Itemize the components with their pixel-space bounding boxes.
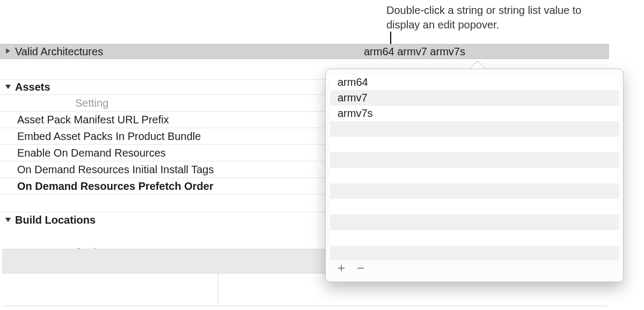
setting-label: On Demand Resources Initial Install Tags: [17, 164, 214, 176]
setting-label: Enable On Demand Resources: [17, 147, 166, 159]
list-item-empty[interactable]: [330, 152, 619, 168]
list-item[interactable]: armv7: [330, 90, 619, 106]
svg-marker-1: [5, 85, 11, 89]
list-item-empty[interactable]: [330, 168, 619, 183]
disclosure-triangle-open-icon[interactable]: [3, 83, 13, 91]
column-header-setting: Setting: [0, 97, 108, 109]
svg-marker-2: [5, 218, 11, 222]
popover-list[interactable]: arm64 armv7 armv7s: [330, 75, 619, 260]
string-list-edit-popover: arm64 armv7 armv7s: [325, 69, 624, 282]
list-item[interactable]: armv7s: [330, 106, 619, 121]
remove-button[interactable]: [355, 263, 367, 275]
list-item-label: arm64: [338, 76, 368, 88]
vertical-divider: [218, 272, 218, 306]
setting-label: Asset Pack Manifest URL Prefix: [17, 114, 169, 126]
plus-icon: [337, 264, 346, 275]
popover-arrow: [470, 61, 485, 69]
valid-architectures-row[interactable]: Valid Architectures arm64 armv7 armv7s: [0, 44, 609, 59]
list-item-label: armv7s: [338, 107, 373, 120]
list-item-empty[interactable]: [330, 199, 619, 215]
setting-label: On Demand Resources Prefetch Order: [17, 180, 214, 193]
minus-icon: [356, 264, 365, 275]
annotation-text: Double-click a string or string list val…: [386, 3, 601, 32]
list-item-empty[interactable]: [330, 230, 619, 246]
disclosure-triangle-open-icon[interactable]: [3, 216, 13, 224]
list-item[interactable]: arm64: [330, 75, 619, 90]
assets-section-title: Assets: [13, 81, 50, 93]
valid-architectures-label: Valid Architectures: [13, 46, 353, 58]
build-locations-section-title: Build Locations: [13, 214, 96, 226]
list-item-empty[interactable]: [330, 215, 619, 230]
popover-footer: [330, 260, 619, 278]
list-item-empty[interactable]: [330, 246, 619, 260]
list-item-empty[interactable]: [330, 183, 619, 199]
bottom-divider: [2, 306, 608, 306]
setting-label: Embed Asset Packs In Product Bundle: [17, 130, 201, 143]
list-item-label: armv7: [338, 92, 368, 104]
annotation-callout: Double-click a string or string list val…: [386, 3, 601, 32]
add-button[interactable]: [335, 263, 347, 275]
list-item-empty[interactable]: [330, 121, 619, 137]
svg-marker-0: [6, 48, 10, 54]
annotation-leader-line: [390, 32, 391, 45]
valid-architectures-value[interactable]: arm64 armv7 armv7s: [353, 46, 465, 58]
list-item-empty[interactable]: [330, 137, 619, 152]
disclosure-triangle-closed-icon[interactable]: [3, 48, 13, 56]
